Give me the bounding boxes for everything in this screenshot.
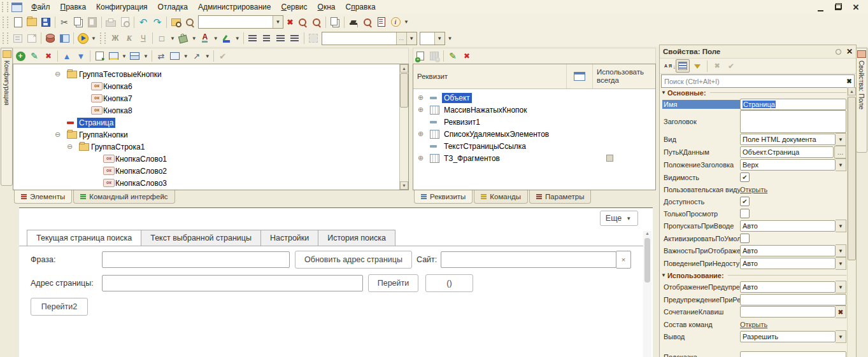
open-icon[interactable]: [25, 15, 39, 29]
site-input[interactable]: [441, 251, 616, 268]
tree-item-Кнопка6[interactable]: окКнопка6: [13, 80, 408, 92]
expander-plus-icon[interactable]: ⊕: [418, 130, 425, 137]
clear-search-icon[interactable]: ✖: [285, 16, 295, 28]
search-icon[interactable]: [183, 15, 197, 29]
minimize-button[interactable]: [816, 3, 825, 11]
property-select-value[interactable]: Поле HTML документа: [740, 134, 836, 145]
scroll-thumb[interactable]: [400, 73, 408, 108]
dropdown-icon[interactable]: ▼: [836, 257, 846, 270]
property-select-value[interactable]: Авто: [740, 220, 836, 232]
tab-Команды[interactable]: Команды: [474, 190, 528, 204]
check-form-icon[interactable]: [92, 50, 106, 63]
property-select-value[interactable]: Верх: [740, 159, 836, 171]
new-document-icon[interactable]: [11, 15, 25, 29]
font-color-icon[interactable]: A: [198, 32, 212, 45]
data-storage-icon[interactable]: [43, 32, 57, 45]
attribute-row-Объект[interactable]: ⊕Объект: [413, 92, 655, 104]
configuration-side-tab[interactable]: Конфигурация: [1, 48, 13, 186]
save-icon[interactable]: [39, 15, 53, 29]
menu-item-2[interactable]: Правка: [55, 1, 92, 13]
attribute-row-ТекстСтраницыСсылка[interactable]: ТекстСтраницыСсылка: [413, 140, 655, 152]
property-checkbox[interactable]: ✔: [740, 172, 750, 182]
tree-item-ГруппаТестовыеКнопки[interactable]: ⊖ГруппаТестовыеКнопки: [13, 68, 408, 80]
expander-minus-icon[interactable]: ⊖: [55, 131, 62, 138]
menu-item-6[interactable]: Сервис: [276, 1, 312, 13]
form-scrollbar[interactable]: ▲: [643, 231, 651, 357]
desktop-view-icon[interactable]: [106, 50, 120, 63]
form-scroll-up-icon[interactable]: ▲: [645, 231, 650, 235]
expander-plus-icon[interactable]: ⊕: [418, 155, 425, 162]
attribute-row-МассивНажатыхКнопок[interactable]: ⊕МассивНажатыхКнопок: [413, 104, 655, 116]
ellipsis-button[interactable]: …: [834, 146, 846, 158]
copy-fragment-icon[interactable]: [328, 15, 342, 29]
style-combobox[interactable]: …▼: [322, 32, 417, 45]
fill-options-icon[interactable]: ▼: [190, 36, 198, 41]
paste-icon[interactable]: [85, 15, 99, 29]
attribute-column-header[interactable]: Реквизит: [413, 64, 567, 88]
find-next-icon[interactable]: [295, 15, 309, 29]
info-icon[interactable]: i: [388, 15, 402, 29]
copy-icon[interactable]: [71, 15, 85, 29]
align-justify-icon[interactable]: [288, 32, 302, 45]
attribute-row-СписокУдаляемыхЭлементов[interactable]: ⊕СписокУдаляемыхЭлементов: [413, 128, 655, 140]
pin-icon[interactable]: [836, 49, 841, 55]
edit-icon[interactable]: ✎: [27, 50, 41, 63]
toolbar-handle[interactable]: [100, 32, 106, 44]
search-combobox[interactable]: ▼: [198, 15, 283, 29]
form-tab-2[interactable]: Текст выбранной страницы: [141, 230, 261, 246]
tab-Командный интерфейс[interactable]: Командный интерфейс: [73, 190, 174, 204]
property-select-value[interactable]: Разрешить: [740, 331, 836, 342]
undo-icon[interactable]: ↶: [136, 15, 150, 29]
filter-icon[interactable]: [691, 60, 704, 72]
property-link[interactable]: Открыть: [740, 321, 767, 328]
move-up-icon[interactable]: ▲: [60, 50, 74, 63]
attribute-row-Реквизит1[interactable]: Реквизит1: [413, 116, 655, 128]
dropdown-icon[interactable]: ▼: [836, 220, 846, 232]
property-checkbox[interactable]: [740, 209, 750, 218]
dropdown-icon[interactable]: ▼: [836, 158, 846, 171]
tree-item-КнопкаСлово1[interactable]: окКнопкаСлово1: [13, 153, 408, 165]
site-clear-button[interactable]: ×: [616, 251, 631, 269]
elements-tree-scrollbar[interactable]: ▲ ▼: [399, 64, 408, 190]
property-checkbox[interactable]: [740, 234, 750, 243]
start-debugging-icon[interactable]: [76, 32, 90, 45]
tree-item-Кнопка8[interactable]: окКнопка8: [13, 104, 408, 116]
menu-item-8[interactable]: Справка: [340, 1, 380, 13]
expander-minus-icon[interactable]: ⊖: [67, 143, 74, 150]
restore-button[interactable]: [834, 3, 843, 11]
form-elements-icon[interactable]: [11, 32, 25, 45]
use-always-column-header[interactable]: Использовать всегда: [593, 64, 655, 88]
redo-icon[interactable]: ↷: [150, 15, 164, 29]
property-input[interactable]: [740, 306, 836, 318]
split-view-options-icon[interactable]: ▼: [142, 53, 150, 59]
desktop-view-options-icon[interactable]: ▼: [120, 53, 128, 59]
property-input[interactable]: [740, 351, 846, 357]
menubar-grip[interactable]: [2, 2, 8, 12]
tree-item-ГруппаСтрока1[interactable]: ⊖ГруппаСтрока1: [13, 141, 408, 153]
form-tab-4[interactable]: История поиска: [318, 230, 395, 246]
refresh-address-button[interactable]: Обновить адрес страницы: [295, 251, 412, 269]
toolbar-overflow-icon[interactable]: ▼: [402, 19, 410, 25]
italic-icon[interactable]: К: [122, 32, 136, 45]
section-collapse-icon[interactable]: ▼: [661, 272, 666, 278]
style-combobox-field[interactable]: [322, 32, 396, 45]
tree-item-КнопкаСлово2[interactable]: окКнопкаСлово2: [13, 165, 408, 177]
font-color-options-icon[interactable]: ▼: [212, 36, 220, 41]
cancel-icon[interactable]: ✖: [711, 60, 723, 72]
property-input[interactable]: [740, 294, 846, 305]
categories-view-icon[interactable]: [676, 59, 690, 73]
underline-icon[interactable]: Ч: [136, 32, 150, 45]
delete-attribute-icon[interactable]: ✖: [460, 50, 474, 63]
find-in-files-icon[interactable]: [169, 15, 183, 29]
form-column-header[interactable]: [567, 64, 593, 88]
table-panel-icon[interactable]: [57, 32, 71, 45]
property-link[interactable]: Открыть: [740, 186, 767, 193]
dropdown-icon[interactable]: ▼: [836, 330, 846, 343]
borders-options-icon[interactable]: ▼: [169, 36, 176, 41]
attribute-row-ТЗ_Фрагментов[interactable]: ⊕ТЗ_Фрагментов: [413, 152, 655, 164]
property-input[interactable]: Страница: [740, 99, 846, 110]
style-combobox-dots-icon[interactable]: …: [396, 32, 406, 45]
form-scroll-thumb[interactable]: [644, 238, 650, 283]
clear-icon[interactable]: ✖: [836, 305, 846, 318]
menu-item-5[interactable]: Администрирование: [193, 1, 276, 13]
